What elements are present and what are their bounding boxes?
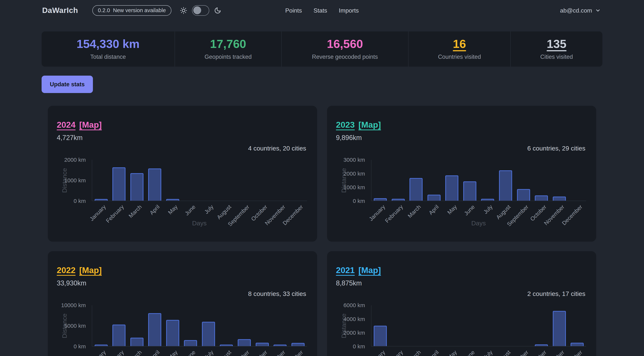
bar-september (238, 339, 251, 346)
bar-october (256, 343, 269, 346)
map-link[interactable]: [Map] (79, 120, 102, 130)
y-ticks: 10000 km5000 km0 km (57, 305, 89, 347)
bar-slot (146, 305, 164, 346)
y-tick-label: 1000 km (64, 177, 86, 184)
y-tick-label: 4000 km (343, 316, 365, 322)
x-tick-label: May (446, 204, 458, 216)
bar-october (535, 195, 548, 201)
bar-slot (253, 160, 271, 201)
bar-november (553, 197, 566, 201)
bar-october (535, 345, 548, 346)
bar-slot (235, 160, 253, 201)
main-nav: PointsStatsImports (285, 7, 359, 14)
bar-slot (218, 160, 236, 201)
bar-slot (479, 160, 497, 201)
year-link[interactable]: 2021 (336, 265, 355, 275)
year-link[interactable]: 2023 (336, 120, 355, 130)
year-link[interactable]: 2024 (57, 120, 76, 130)
y-tick-label: 1000 km (343, 184, 365, 191)
sun-icon (180, 7, 187, 14)
x-axis-title: Days (92, 220, 307, 227)
x-tick-label: March (407, 349, 422, 356)
bar-slot (496, 305, 514, 346)
x-axis-title: Days (371, 220, 586, 227)
bar-slot (271, 305, 289, 346)
bar-august (220, 345, 233, 346)
year-distance: 33,930km (57, 279, 86, 287)
x-labels: JanuaryFebruaryMarchAprilMayJuneJulyAugu… (371, 349, 586, 356)
bar-slot (479, 305, 497, 346)
bar-slot (164, 160, 182, 201)
bar-slot (389, 160, 407, 201)
bar-may (166, 199, 179, 201)
map-link[interactable]: [Map] (79, 265, 102, 275)
bar-february (112, 325, 126, 346)
stat-value[interactable]: 135 (547, 38, 566, 50)
x-tick-label: August (216, 204, 233, 221)
brand-area: DaWarIch 0.2.0 New version available (42, 5, 221, 16)
nav-link-imports[interactable]: Imports (339, 7, 359, 14)
map-link[interactable]: [Map] (358, 265, 381, 275)
bar-slot (461, 305, 479, 346)
stat-cell: 154,330 km Total distance (42, 31, 174, 67)
y-tick-label: 10000 km (61, 302, 86, 309)
summary-stats-bar: 154,330 km Total distance 17,760 Geopoin… (42, 31, 602, 67)
chart-plot (92, 160, 307, 201)
stat-cell: 16,560 Reverse geocoded points (281, 31, 408, 67)
chart-plot (92, 305, 307, 347)
bar-july (202, 322, 215, 346)
x-tick-label: October (250, 349, 268, 356)
bar-january (94, 345, 108, 346)
stat-value[interactable]: 16 (453, 38, 466, 50)
bar-slot (253, 305, 271, 346)
bar-slot (146, 160, 164, 201)
bar-slot (235, 305, 253, 346)
x-tick-label: April (428, 349, 440, 356)
bar-slot (532, 160, 550, 201)
bar-slot (550, 305, 568, 346)
bar-slot (389, 305, 407, 346)
bar-slot (514, 305, 532, 346)
y-tick-label: 0 km (74, 198, 86, 204)
x-tick-label: June (184, 204, 197, 217)
card-header: 2023 [Map] (336, 120, 381, 130)
bar-february (112, 167, 126, 201)
x-tick-label: July (203, 349, 215, 356)
distance-bar-chart: Distance 2000 km1000 km0 km JanuaryFebru… (57, 156, 308, 242)
bar-january (374, 198, 387, 201)
year-link[interactable]: 2022 (57, 265, 76, 275)
bar-march (410, 178, 422, 201)
nav-link-points[interactable]: Points (285, 7, 302, 14)
nav-link-stats[interactable]: Stats (314, 7, 327, 14)
x-tick-label: July (482, 204, 494, 215)
bar-january (374, 326, 387, 346)
bar-may (445, 175, 458, 201)
x-tick-label: March (128, 204, 143, 219)
chart-plot (371, 160, 586, 201)
bar-slot (568, 305, 586, 346)
theme-toggle[interactable] (192, 5, 209, 16)
version-badge[interactable]: 0.2.0 New version available (92, 5, 172, 16)
bar-slot (110, 305, 128, 346)
bar-slot (372, 305, 390, 346)
bar-slot (425, 305, 443, 346)
theme-controls (180, 5, 221, 16)
year-card: 2023 [Map] 9,896km 6 countries, 29 citie… (327, 106, 596, 242)
bar-slot (218, 305, 236, 346)
bar-slot (164, 305, 182, 346)
x-tick-label: April (148, 349, 161, 356)
x-tick-label: March (128, 349, 143, 356)
map-link[interactable]: [Map] (358, 120, 381, 130)
countries-cities-summary: 8 countries, 33 cities (248, 290, 306, 297)
x-labels: JanuaryFebruaryMarchAprilMayJuneJulyAugu… (92, 349, 307, 356)
y-tick-label: 2000 km (343, 171, 365, 177)
y-tick-label: 0 km (74, 343, 86, 350)
x-tick-label: May (167, 349, 179, 356)
x-tick-label: June (184, 349, 197, 356)
app-logo[interactable]: DaWarIch (42, 6, 78, 15)
update-stats-button[interactable]: Update stats (42, 76, 93, 93)
year-distance: 9,896km (336, 134, 362, 142)
year-cards-grid: 2024 [Map] 4,727km 4 countries, 20 citie… (48, 106, 596, 356)
y-tick-label: 5000 km (64, 323, 86, 329)
user-menu[interactable]: ab@cd.com (560, 7, 601, 14)
